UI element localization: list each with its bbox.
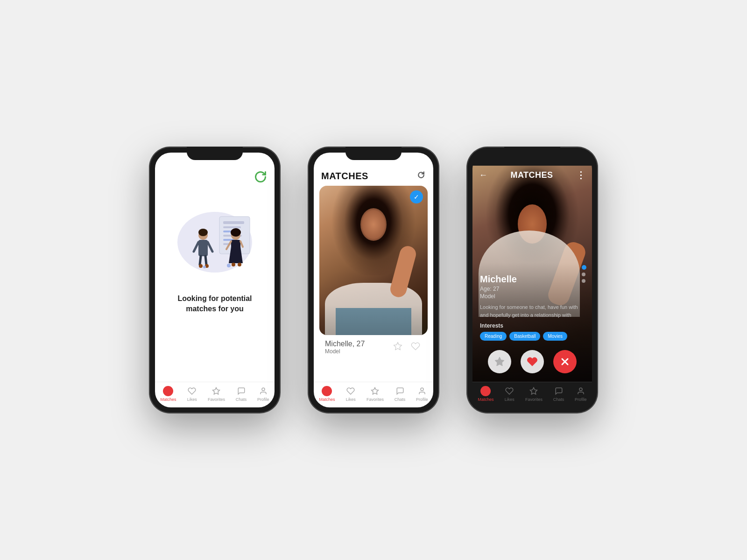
phone-2-notch [345, 147, 402, 160]
nav-favorites-p1[interactable]: Favorites [208, 386, 225, 402]
phone-3-header: ← MATCHES ⋮ [472, 166, 592, 184]
nav-chats-p3[interactable]: Chats [553, 386, 564, 402]
svg-marker-34 [530, 388, 537, 394]
svg-point-25 [203, 266, 206, 268]
heart-btn-p2[interactable] [409, 340, 422, 353]
nav-matches-p2[interactable]: Matches [319, 386, 335, 402]
action-buttons-p3 [480, 346, 585, 377]
profile-card-p2: ✓ [319, 186, 428, 335]
svg-point-22 [232, 263, 235, 266]
svg-point-20 [199, 264, 203, 268]
svg-point-35 [579, 388, 582, 391]
nav-profile-p2[interactable]: Profile [416, 386, 428, 402]
card-job-p2: Model [325, 348, 365, 355]
svg-point-27 [262, 388, 265, 391]
phone-1: Looking for potential matches for you Ma… [149, 147, 280, 413]
nav-likes-p1[interactable]: Likes [187, 386, 197, 402]
svg-line-12 [200, 256, 201, 265]
phone-2-screen: MATCHES [314, 166, 433, 382]
card-actions-p2 [391, 340, 422, 353]
phone-1-illustration [168, 191, 261, 284]
nav-favorites-p2[interactable]: Favorites [366, 386, 384, 402]
phone-3-notch [504, 147, 560, 160]
close-btn-p3[interactable] [553, 350, 577, 373]
svg-point-24 [227, 264, 231, 267]
nav-matches-p3[interactable]: Matches [478, 386, 493, 402]
heart-btn-p3[interactable] [521, 350, 544, 373]
nav-profile-p3[interactable]: Profile [575, 386, 587, 402]
matches-title-p2: MATCHES [321, 171, 368, 182]
phone-3: ← MATCHES ⋮ Michelle Age: 27 Model Looki… [467, 147, 598, 413]
svg-point-23 [238, 263, 241, 266]
verified-badge-p2: ✓ [410, 190, 423, 203]
star-btn-p3[interactable] [488, 350, 511, 373]
interest-basketball: Basketball [509, 332, 540, 341]
svg-line-13 [205, 256, 206, 265]
svg-point-14 [198, 229, 208, 236]
interests-label-p3: Interests [480, 322, 585, 329]
phone-3-screen: ← MATCHES ⋮ Michelle Age: 27 Model Looki… [472, 166, 592, 382]
svg-point-19 [231, 228, 241, 237]
svg-point-30 [421, 388, 423, 391]
svg-marker-28 [394, 343, 402, 350]
refresh-icon-p2[interactable] [416, 170, 426, 182]
interest-reading: Reading [480, 332, 507, 341]
looking-text: Looking for potential matches for you [155, 289, 275, 319]
nav-chats-p2[interactable]: Chats [395, 386, 406, 402]
profile-name-p3: Michelle [480, 274, 585, 285]
profile-bio-p3: Looking for someone to chat, have fun wi… [480, 303, 585, 319]
phone-1-screen: Looking for potential matches for you [155, 166, 275, 382]
phone-1-notch [187, 147, 243, 160]
nav-profile-p1[interactable]: Profile [257, 386, 269, 402]
nav-favorites-p3[interactable]: Favorites [525, 386, 543, 402]
dot-1-p3 [582, 265, 586, 270]
interest-movies: Movies [543, 332, 567, 341]
phone-2-card-container: ✓ Michelle, 27 Model [314, 186, 433, 382]
svg-rect-3 [223, 226, 241, 228]
profile-age-p3: Age: 27 [480, 286, 585, 292]
phone-3-bottom-nav: Matches Likes Favo [472, 382, 592, 407]
profile-job-p3: Model [480, 293, 585, 300]
svg-marker-31 [495, 357, 504, 366]
nav-likes-p3[interactable]: Likes [504, 386, 514, 402]
app-scene: Looking for potential matches for you Ma… [121, 119, 626, 441]
refresh-green-icon[interactable] [254, 170, 267, 183]
back-btn-p3[interactable]: ← [479, 170, 487, 180]
phone-1-header [155, 166, 275, 186]
card-info-p2: Michelle, 27 Model [319, 335, 428, 359]
matches-title-p3: MATCHES [510, 170, 553, 180]
phone-2-bottom-nav: Matches Likes Favo [314, 382, 433, 407]
nav-likes-p2[interactable]: Likes [345, 386, 356, 402]
nav-chats-p1[interactable]: Chats [236, 386, 247, 402]
phone-2: MATCHES [308, 147, 439, 413]
phone-1-bottom-nav: Matches Likes Favo [155, 382, 275, 407]
phone-2-header: MATCHES [314, 166, 433, 186]
phone-3-profile-content: Michelle Age: 27 Model Looking for someo… [472, 269, 592, 382]
nav-matches-p1[interactable]: Matches [160, 386, 176, 402]
svg-rect-2 [223, 221, 244, 224]
interest-tags-p3: Reading Basketball Movies [480, 332, 585, 341]
more-btn-p3[interactable]: ⋮ [576, 169, 585, 181]
profile-photo-p2 [319, 186, 428, 335]
svg-marker-29 [372, 388, 379, 394]
star-btn-p2[interactable] [391, 340, 404, 353]
svg-marker-26 [213, 388, 220, 394]
svg-rect-9 [198, 240, 208, 256]
card-name-p2: Michelle, 27 [325, 340, 365, 348]
